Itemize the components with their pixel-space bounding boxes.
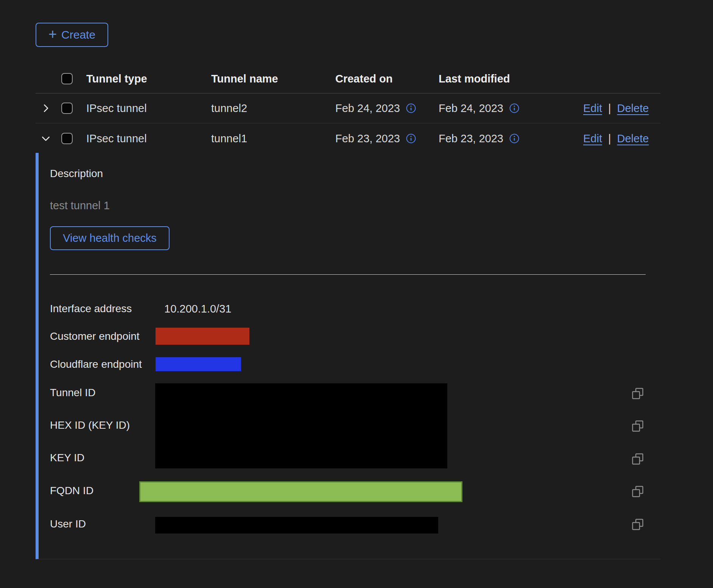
edit-link[interactable]: Edit	[583, 102, 602, 115]
copy-tunnel-id-button[interactable]	[631, 387, 644, 400]
col-header-created-on: Created on	[335, 73, 439, 85]
customer-endpoint-label: Customer endpoint	[50, 330, 140, 342]
col-header-tunnel-type: Tunnel type	[86, 73, 211, 85]
actions-separator: |	[608, 132, 611, 145]
tunnel-id-label: Tunnel ID	[50, 387, 95, 399]
last-modified-cell: Feb 24, 2023	[439, 102, 583, 115]
expand-cell	[36, 133, 61, 144]
tunnel-name-cell: tunnel2	[211, 102, 335, 115]
description-value: test tunnel 1	[50, 199, 110, 212]
ids-redacted-value	[155, 383, 447, 468]
row-actions-cell: Edit | Delete	[583, 132, 660, 145]
copy-icon	[631, 485, 644, 498]
table-header-row: Tunnel type Tunnel name Created on Last …	[36, 64, 660, 93]
last-modified-value: Feb 23, 2023	[439, 132, 503, 145]
last-modified-value: Feb 24, 2023	[439, 102, 503, 115]
created-on-value: Feb 23, 2023	[335, 132, 400, 145]
user-id-label: User ID	[50, 518, 86, 530]
table-row-tunnel1: IPsec tunnel tunnel1 Feb 23, 2023 Feb 23…	[36, 123, 660, 154]
tunnel-details-panel: Description test tunnel 1 View health ch…	[36, 153, 660, 559]
fqdn-id-redacted-value	[139, 481, 462, 502]
info-icon[interactable]	[509, 103, 520, 114]
copy-icon	[631, 387, 644, 400]
delete-link[interactable]: Delete	[617, 132, 649, 145]
row-actions-cell: Edit | Delete	[583, 102, 660, 115]
tunnels-table: Tunnel type Tunnel name Created on Last …	[36, 64, 660, 154]
info-icon[interactable]	[509, 133, 520, 144]
description-label: Description	[50, 168, 103, 180]
info-icon[interactable]	[405, 103, 417, 114]
cloudflare-endpoint-redacted-value	[156, 357, 241, 371]
interface-address-value: 10.200.1.0/31	[164, 303, 231, 315]
create-button-label: Create	[61, 28, 95, 41]
select-all-checkbox[interactable]	[61, 73, 73, 84]
copy-icon	[631, 518, 644, 531]
tunnel-name-cell: tunnel1	[211, 132, 335, 145]
edit-link[interactable]: Edit	[583, 132, 602, 145]
checkbox-cell	[61, 133, 86, 144]
user-id-redacted-value	[155, 517, 438, 534]
key-id-label: KEY ID	[50, 452, 84, 464]
created-on-cell: Feb 23, 2023	[335, 132, 439, 145]
tunnel-type-cell: IPsec tunnel	[86, 102, 211, 115]
fqdn-id-label: FQDN ID	[50, 485, 93, 497]
actions-separator: |	[608, 102, 611, 115]
copy-icon	[631, 420, 644, 432]
view-health-checks-button[interactable]: View health checks	[50, 226, 170, 250]
row-checkbox[interactable]	[61, 133, 73, 144]
hex-id-label: HEX ID (KEY ID)	[50, 419, 130, 431]
checkbox-cell	[61, 103, 86, 114]
copy-user-id-button[interactable]	[631, 518, 644, 531]
copy-key-id-button[interactable]	[631, 453, 644, 465]
table-row-tunnel2: IPsec tunnel tunnel2 Feb 24, 2023 Feb 24…	[36, 93, 660, 123]
customer-endpoint-redacted-value	[156, 328, 249, 345]
delete-link[interactable]: Delete	[617, 102, 649, 115]
header-checkbox-cell	[61, 73, 86, 84]
chevron-right-icon[interactable]	[40, 103, 51, 114]
copy-hex-id-button[interactable]	[631, 420, 644, 432]
col-header-last-modified: Last modified	[439, 73, 583, 85]
plus-icon: +	[48, 27, 57, 41]
info-icon[interactable]	[405, 133, 417, 144]
created-on-cell: Feb 24, 2023	[335, 102, 439, 115]
details-divider	[50, 274, 646, 275]
cloudflare-endpoint-label: Cloudflare endpoint	[50, 358, 142, 370]
copy-fqdn-id-button[interactable]	[631, 485, 644, 498]
interface-address-label: Interface address	[50, 303, 132, 315]
copy-icon	[631, 453, 644, 465]
tunnel-type-cell: IPsec tunnel	[86, 132, 211, 145]
expand-cell	[36, 103, 61, 114]
col-header-tunnel-name: Tunnel name	[211, 73, 335, 85]
chevron-down-icon[interactable]	[40, 133, 51, 144]
tunnels-page: + Create Tunnel type Tunnel name Created…	[0, 0, 713, 588]
row-checkbox[interactable]	[61, 103, 73, 114]
create-button[interactable]: + Create	[36, 23, 108, 47]
created-on-value: Feb 24, 2023	[335, 102, 400, 115]
last-modified-cell: Feb 23, 2023	[439, 132, 583, 145]
